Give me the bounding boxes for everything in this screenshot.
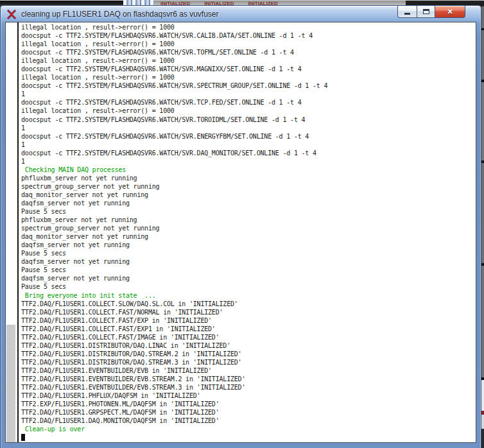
terminal-line: illegal location , result->error() = 100…: [21, 73, 476, 82]
terminal-line: TTF2.DAQ/FL1USER1.DISTRIBUTOR/DAQ.LINAC …: [21, 341, 476, 350]
terminal-output[interactable]: illegal location , result->error() = 100…: [5, 22, 476, 443]
terminal-line: TTF2.DAQ/FL1USER1.DISTRIBUTOR/DAQ.STREAM…: [21, 358, 476, 366]
terminal-line: illegal location , result->error() = 100…: [21, 40, 476, 48]
terminal-line: doocsput -c TTF2.SYSTEM/FLASHDAQSVR6.WAT…: [21, 116, 476, 124]
maximize-button[interactable]: [417, 6, 435, 18]
terminal-line: TTF2.DAQ/FL1USER1.COLLECT.FAST/IMAGE in …: [21, 333, 476, 341]
terminal-line: spectrum_group_server not yet running: [21, 182, 476, 191]
scrollbar[interactable]: [6, 22, 19, 442]
terminal-line: doocsput -c TTF2.SYSTEM/FLASHDAQSVR6.WAT…: [21, 31, 476, 40]
terminal-line: illegal location , result->error() = 100…: [21, 23, 476, 31]
terminal-text: illegal location , result->error() = 100…: [21, 23, 476, 442]
terminal-line: Pause 5 secs: [21, 249, 476, 257]
terminal-line: TTF2.DAQ/FL1USER1.EVENTBUILDER/EVB in 'I…: [21, 366, 476, 375]
terminal-line: phfluxbm_server not yet running: [21, 216, 476, 224]
terminal-line: daqfsm_server not yet running: [21, 199, 476, 207]
xterm-icon: [6, 10, 17, 19]
terminal-line: Pause 5 secs: [21, 282, 476, 291]
terminal-line: TTF2.DAQ/FL1USER1.EVENTBUILDER/EVB.STREA…: [21, 383, 476, 392]
xterm-window: cleaning up FL1USER1 DAQ on flashdaqsvr6…: [0, 5, 481, 448]
terminal-line: daqfsm_server not yet running: [21, 274, 476, 282]
window-title: cleaning up FL1USER1 DAQ on flashdaqsvr6…: [21, 10, 219, 19]
terminal-line: Checking MAIN DAQ processes: [21, 166, 476, 174]
terminal-line: TTF2.EXP/FL1USER1.PHOTONEN.ML/DAQFSM in …: [21, 400, 476, 408]
close-icon: ✕: [447, 6, 453, 17]
terminal-line: doocsput -c TTF2.SYSTEM/FLASHDAQSVR6.WAT…: [21, 149, 476, 157]
terminal-line: Pause 5 secs: [21, 266, 476, 274]
terminal-line: TTF2.DAQ/FL1USER1.DISTRIBUTOR/DAQ.STREAM…: [21, 350, 476, 358]
terminal-line: 1: [21, 141, 476, 149]
close-button[interactable]: ✕: [435, 6, 465, 18]
terminal-line: illegal location , result->error() = 100…: [21, 107, 476, 115]
minimize-button[interactable]: [397, 6, 417, 18]
terminal-line: Clean-up is over: [21, 425, 476, 433]
minimize-icon: [404, 13, 410, 15]
terminal-line: TTF2.DAQ/FL1USER1.COLLECT.SLOW/DAQ.SL.CO…: [21, 300, 476, 308]
terminal-line: TTF2.DAQ/FL1USER1.COLLECT.FAST/EXP1 in '…: [21, 325, 476, 333]
terminal-line: doocsput -c TTF2.SYSTEM/FLASHDAQSVR6.WAT…: [21, 132, 476, 141]
terminal-line: doocsput -c TTF2.SYSTEM/FLASHDAQSVR6.WAT…: [21, 82, 476, 90]
terminal-line: phfluxbm_server not yet running: [21, 174, 476, 182]
terminal-line: TTF2.DAQ/FL1USER1.COLLECT.FAST/EXP in 'I…: [21, 316, 476, 325]
terminal-line: illegal location , result->error() = 100…: [21, 56, 476, 65]
window-controls: ✕: [397, 6, 465, 18]
terminal-cursor-line: [21, 433, 476, 442]
background-right-strip: [481, 6, 484, 448]
terminal-line: Bring everyone into init state ...: [21, 291, 476, 300]
terminal-line: 1: [21, 90, 476, 98]
terminal-line: 1: [21, 124, 476, 132]
terminal-line: TTF2.DAQ/FL1USER1.PHFLUX/DAQFSM in 'INIT…: [21, 392, 476, 400]
terminal-line: TTF2.DAQ/FL1USER1.COLLECT.FAST/NORMAL in…: [21, 308, 476, 316]
terminal-line: daqfsm_server not yet running: [21, 241, 476, 249]
terminal-line: 1: [21, 157, 476, 166]
terminal-line: doocsput -c TTF2.SYSTEM/FLASHDAQSVR6.WAT…: [21, 98, 476, 107]
terminal-cursor: [21, 434, 25, 441]
terminal-line: TTF2.DAQ/FL1USER1.EVENTBUILDER/EVB.STREA…: [21, 375, 476, 383]
terminal-line: doocsput -c TTF2.SYSTEM/FLASHDAQSVR6.WAT…: [21, 65, 476, 73]
maximize-icon: [423, 9, 429, 14]
terminal-line: TTF2.DAQ/FL1USER1.DAQ.MONITOR/DAQFSM in …: [21, 417, 476, 425]
scrollbar-thumb[interactable]: [6, 325, 15, 442]
terminal-line: daqfsm_server not yet running: [21, 257, 476, 266]
terminal-line: spectrum_group_server not yet running: [21, 224, 476, 232]
terminal-line: TTF2.DAQ/FL1USER1.GRPSPECT.ML/DAQFSM in …: [21, 408, 476, 417]
terminal-line: doocsput -c TTF2.SYSTEM/FLASHDAQSVR6.WAT…: [21, 48, 476, 56]
terminal-line: Pause 5 secs: [21, 207, 476, 216]
terminal-line: daq_monitor_server not yet running: [21, 191, 476, 199]
terminal-line: daq_monitor_server not yet running: [21, 232, 476, 241]
